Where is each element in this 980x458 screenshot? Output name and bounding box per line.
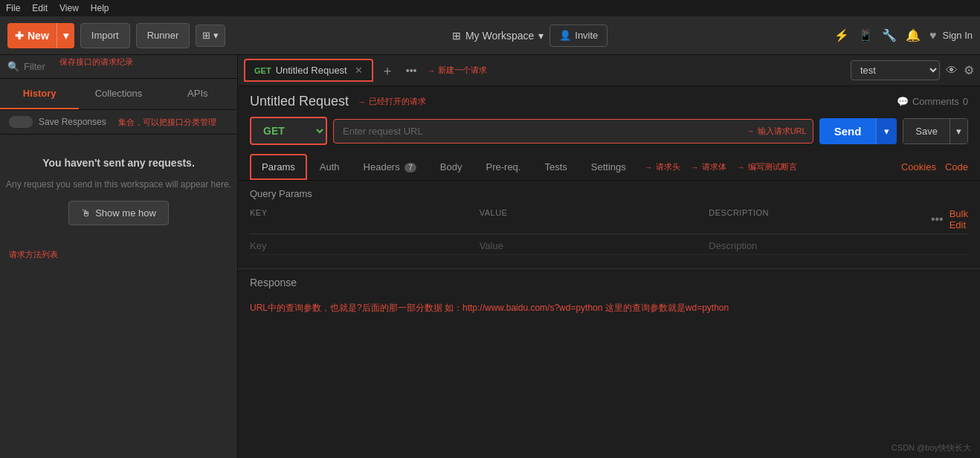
tab-tests[interactable]: Tests — [533, 155, 578, 179]
show-me-label: Show me how — [95, 207, 156, 219]
body-annotation: → 请求体 — [691, 161, 726, 172]
save-dropdown-button[interactable]: ▾ — [950, 119, 967, 143]
wrench-icon[interactable]: 🔧 — [882, 28, 897, 42]
method-list-annotation: 请求方法列表 — [9, 249, 58, 260]
comment-icon: 💬 — [897, 96, 909, 107]
new-button-arrow[interactable]: ▾ — [57, 23, 74, 48]
save-responses-label: Save Responses — [39, 117, 106, 127]
comments-button[interactable]: 💬 Comments 0 — [897, 96, 968, 107]
more-tabs-button[interactable]: ••• — [402, 65, 422, 77]
empty-subtitle: Any request you send in this workspace w… — [6, 178, 231, 192]
url-input-wrapper: → 输入请求URL — [333, 119, 813, 143]
workspace-grid-icon: ⊞ — [452, 30, 461, 42]
tab-method-label: GET — [254, 66, 271, 75]
params-table-header: KEY VALUE DESCRIPTION ••• Bulk Edit — [250, 205, 968, 234]
environment-select[interactable]: test — [851, 60, 940, 80]
filter-input[interactable] — [24, 61, 230, 72]
workspace-label: My Workspace — [465, 30, 534, 42]
sidebar-empty-state: You haven't sent any requests. Any reque… — [0, 135, 237, 458]
url-annotation-text: 输入请求URL — [758, 126, 807, 137]
response-section: Response — [238, 268, 980, 296]
headers-badge: 7 — [404, 163, 416, 172]
show-me-how-button[interactable]: 🖱 Show me how — [68, 201, 169, 225]
collection-annotation: 集合，可以把接口分类管理 — [118, 117, 216, 128]
sidebar: 🔍 保存接口的请求纪录 History Collections APIs Sav… — [0, 55, 238, 458]
bulk-edit-button[interactable]: Bulk Edit — [950, 208, 968, 230]
params-actions: ••• Bulk Edit — [938, 208, 968, 230]
url-annotation: → 输入请求URL — [747, 126, 813, 137]
tab-pre-req[interactable]: Pre-req. — [475, 155, 532, 179]
value-col-header: VALUE — [480, 208, 703, 230]
method-select[interactable]: GET POST PUT DELETE PATCH — [250, 117, 327, 145]
settings-button[interactable]: ⚙ — [964, 63, 974, 77]
attribution: CSDN @boy快快长大 — [892, 442, 971, 454]
sidebar-search-bar: 🔍 保存接口的请求纪录 — [0, 55, 237, 79]
query-params-title: Query Params — [250, 188, 968, 199]
menu-view[interactable]: View — [59, 3, 79, 13]
cookies-link[interactable]: Cookies — [901, 161, 936, 172]
menu-edit[interactable]: Edit — [32, 3, 48, 13]
header-annotation: → 请求头 — [645, 161, 680, 172]
tab-headers[interactable]: Headers 7 — [352, 155, 428, 179]
invite-button[interactable]: 👤 Invite — [549, 25, 607, 47]
key-col-header: KEY — [250, 208, 474, 230]
new-request-annotation: → 新建一个请求 — [427, 65, 487, 76]
code-link[interactable]: Code — [945, 161, 968, 172]
add-tab-button[interactable]: ＋ — [376, 62, 399, 80]
new-request-arrow-annotation: → — [427, 66, 435, 75]
runner-button[interactable]: Runner — [136, 23, 190, 48]
tab-params[interactable]: Params — [250, 154, 307, 180]
opened-request-annotation: → 已经打开的请求 — [358, 96, 426, 107]
sidebar-tabs: History Collections APIs — [0, 79, 237, 110]
layout-arrow: ▾ — [213, 30, 219, 41]
new-button-main[interactable]: ✚ New — [7, 23, 57, 48]
tab-body[interactable]: Body — [429, 155, 474, 179]
toolbar: ✚ New ▾ Import Runner ⊞ ▾ ⊞ My Workspace… — [0, 16, 980, 55]
bell-icon[interactable]: 🔔 — [906, 28, 921, 42]
layout-icon: ⊞ — [202, 30, 210, 41]
tab-close-button[interactable]: ✕ — [355, 65, 363, 76]
tab-apis[interactable]: APIs — [158, 79, 237, 109]
menu-help[interactable]: Help — [91, 3, 109, 13]
tests-annotation-text: 编写测试断言 — [748, 161, 797, 172]
url-input[interactable] — [334, 120, 747, 143]
send-dropdown-button[interactable]: ▾ — [876, 118, 897, 144]
empty-title: You haven't sent any requests. — [42, 157, 195, 169]
params-more-button[interactable]: ••• — [931, 213, 944, 226]
tab-auth[interactable]: Auth — [309, 155, 351, 179]
description-input[interactable] — [709, 240, 932, 251]
new-label: New — [28, 30, 49, 42]
tab-collections[interactable]: Collections — [79, 79, 158, 109]
key-input[interactable] — [250, 240, 474, 251]
active-request-tab[interactable]: GET Untitled Request ✕ — [244, 59, 373, 82]
menu-file[interactable]: File — [6, 3, 20, 13]
heart-icon[interactable]: ♥ — [929, 29, 937, 42]
lightning-icon[interactable]: ⚡ — [834, 28, 849, 42]
tab-settings[interactable]: Settings — [580, 155, 637, 179]
new-button[interactable]: ✚ New ▾ — [7, 23, 74, 48]
search-icon: 🔍 — [7, 61, 19, 72]
main-layout: 🔍 保存接口的请求纪录 History Collections APIs Sav… — [0, 55, 980, 458]
save-button[interactable]: Save — [903, 119, 950, 143]
tests-annotation: → 编写测试断言 — [737, 161, 797, 172]
send-button[interactable]: Send — [819, 118, 877, 144]
request-title: Untitled Request — [250, 94, 349, 109]
desc-col-header: DESCRIPTION — [709, 208, 932, 230]
desc-cell — [709, 240, 932, 251]
layout-button[interactable]: ⊞ ▾ — [196, 25, 225, 47]
tab-history[interactable]: History — [0, 79, 79, 109]
signin-button[interactable]: Sign In — [943, 30, 973, 41]
workspace-button[interactable]: ⊞ My Workspace ▾ — [452, 30, 544, 42]
request-header: Untitled Request → 已经打开的请求 💬 Comments 0 — [238, 86, 980, 117]
value-input[interactable] — [480, 240, 703, 251]
phone-icon[interactable]: 📱 — [858, 28, 873, 42]
invite-label: Invite — [575, 30, 598, 41]
save-responses-toggle[interactable] — [9, 116, 33, 128]
key-cell — [250, 240, 474, 251]
comments-label: Comments — [912, 96, 959, 107]
url-params-annotation-block: URL中的查询参数，也就是?后面的那一部分数据 如：http://www.bai… — [238, 296, 980, 321]
eye-button[interactable]: 👁 — [946, 64, 958, 77]
import-button[interactable]: Import — [80, 23, 130, 48]
url-bar: GET POST PUT DELETE PATCH → 输入请求URL Send… — [238, 117, 980, 154]
cursor-icon: 🖱 — [81, 207, 91, 219]
